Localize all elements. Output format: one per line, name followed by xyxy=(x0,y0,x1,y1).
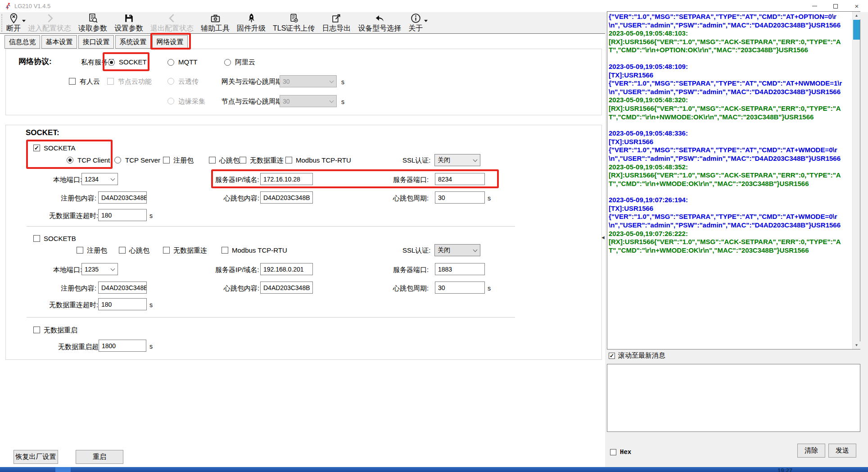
a-heartbeat-packet-label[interactable]: 心跳包 xyxy=(219,156,240,164)
send-button[interactable]: 发送 xyxy=(828,444,856,458)
a-register-content-input[interactable]: D4AD203C348B xyxy=(98,191,147,204)
checkbox-b-register-packet[interactable] xyxy=(77,247,83,254)
b-ssl-select[interactable]: 关闭 xyxy=(434,244,480,256)
close-button[interactable]: × xyxy=(846,0,867,12)
a-register-content-label: 注册包内容: xyxy=(61,194,96,202)
nodata-restart-label[interactable]: 无数据重启 xyxy=(44,326,77,334)
b-heartbeat-period-input[interactable]: 30 xyxy=(435,281,485,294)
checkbox-hex[interactable] xyxy=(610,449,616,455)
a-modbus-label[interactable]: Modbus TCP-RTU xyxy=(296,156,351,164)
a-server-ip-input[interactable]: 172.16.10.28 xyxy=(260,173,313,185)
maximize-button[interactable] xyxy=(825,0,846,12)
log-message-rx: 2023-05-09,19:07:26:222: [RX]:USR1566{"V… xyxy=(609,230,851,255)
checkbox-b-nodata-reconnect[interactable] xyxy=(163,247,170,254)
taskbar-app-indicator[interactable] xyxy=(55,467,71,472)
checkbox-b-modbus[interactable] xyxy=(222,247,228,254)
checkbox-b-heartbeat-packet[interactable] xyxy=(119,247,126,254)
log-output-box[interactable]: {"VER":"1.0","MSG":"SETPARA","TYPE":"AT"… xyxy=(607,11,860,349)
toolbar-firmware-upgrade[interactable]: 固件升级 xyxy=(237,13,266,32)
factory-reset-button[interactable]: 恢复出厂设置 xyxy=(14,450,58,464)
toolbar-set-params[interactable]: 设置参数 xyxy=(114,13,143,32)
scroll-up-arrow-icon[interactable]: ▲ xyxy=(853,12,860,19)
send-input[interactable] xyxy=(607,364,860,432)
radio-mqtt[interactable] xyxy=(167,59,174,66)
b-modbus-label[interactable]: Modbus TCP-RTU xyxy=(232,246,287,254)
tab-network-settings[interactable]: 网络设置 xyxy=(152,35,188,49)
checkbox-nodata-restart[interactable] xyxy=(33,327,40,333)
toolbar-device-model-select[interactable]: 设备型号选择 xyxy=(358,13,401,32)
hex-label: Hex xyxy=(620,449,631,456)
toolbar-read-params[interactable]: 读取参数 xyxy=(78,13,107,32)
radio-tcp-server[interactable] xyxy=(114,157,121,163)
b-server-ip-input[interactable]: 192.168.0.201 xyxy=(260,263,313,275)
toolbar-tls-cert-upload[interactable]: TLS证书上传 xyxy=(273,13,315,32)
a-local-port-select[interactable]: 1234 xyxy=(81,173,118,185)
a-reconnect-timeout-input[interactable]: 180 xyxy=(98,209,147,221)
gateway-heartbeat-select: 30 xyxy=(280,75,337,87)
seconds-unit: s xyxy=(488,195,491,202)
radio-socket-label[interactable]: SOCKET xyxy=(119,58,147,66)
a-server-port-input[interactable]: 8234 xyxy=(435,173,485,185)
checkbox-scroll-latest[interactable]: ✓ xyxy=(609,353,615,359)
log-scrollbar[interactable]: ▲ ▼ xyxy=(852,12,860,349)
toolbar-disconnect[interactable]: 断开 xyxy=(6,13,21,32)
b-server-port-input[interactable]: 1883 xyxy=(435,263,485,275)
tab-info-overview[interactable]: 信息总览 xyxy=(5,35,40,49)
toolbar-aux-tools[interactable]: 辅助工具 xyxy=(201,13,230,32)
radio-mqtt-label[interactable]: MQTT xyxy=(178,58,198,66)
a-ssl-select[interactable]: 关闭 xyxy=(434,154,480,166)
minimize-button[interactable] xyxy=(804,0,825,12)
scrollbar-thumb[interactable] xyxy=(853,20,860,40)
app-logo-icon xyxy=(4,2,12,10)
nodata-restart-timeout-input[interactable]: 1800 xyxy=(99,340,146,352)
radio-tcp-client[interactable] xyxy=(67,157,73,163)
socketb-label[interactable]: SOCKETB xyxy=(44,235,76,243)
checkbox-a-heartbeat-packet[interactable] xyxy=(209,157,216,163)
radio-socket[interactable] xyxy=(108,59,115,66)
tcp-server-label[interactable]: TCP Server xyxy=(125,156,160,164)
chevron-down-icon xyxy=(111,266,115,271)
radio-aliyun-label[interactable]: 阿里云 xyxy=(235,58,255,66)
tab-basic-settings[interactable]: 基本设置 xyxy=(41,35,77,49)
checkbox-a-modbus[interactable] xyxy=(285,157,292,163)
b-register-packet-label[interactable]: 注册包 xyxy=(87,246,107,254)
socketa-label[interactable]: SOCKETA xyxy=(44,144,76,152)
taskbar[interactable]: 19:27 xyxy=(0,467,868,472)
toolbar-log-export[interactable]: 日志导出 xyxy=(322,13,351,32)
a-nodata-reconnect-label[interactable]: 无数据重连 xyxy=(250,156,284,164)
clear-button[interactable]: 清除 xyxy=(797,444,825,458)
checkbox-a-nodata-reconnect[interactable] xyxy=(240,157,246,163)
scroll-latest-row: ✓ 滚动至最新消息 xyxy=(609,351,665,360)
scroll-down-arrow-icon[interactable]: ▼ xyxy=(853,341,860,349)
toolbar-grip[interactable] xyxy=(1,14,2,32)
toolbar-about[interactable]: 关于 xyxy=(408,13,423,32)
checkbox-socketa[interactable]: ✓ xyxy=(33,145,40,151)
reboot-button[interactable]: 重启 xyxy=(76,450,123,464)
export-icon xyxy=(331,13,342,24)
tab-interface-settings[interactable]: 接口设置 xyxy=(78,35,114,49)
usr-cloud-label[interactable]: 有人云 xyxy=(80,77,100,86)
cloud-passthrough-label: 云透传 xyxy=(178,77,199,86)
b-register-content-input[interactable]: D4AD203C348B xyxy=(98,281,147,294)
dropdown-caret-icon[interactable] xyxy=(424,20,428,22)
a-heartbeat-period-input[interactable]: 30 xyxy=(435,191,485,204)
checkbox-node-cloud xyxy=(107,78,114,85)
checkbox-socketb[interactable] xyxy=(33,235,40,242)
b-nodata-reconnect-label[interactable]: 无数据重连 xyxy=(173,246,207,254)
b-local-port-select[interactable]: 1235 xyxy=(81,263,118,275)
checkbox-a-register-packet[interactable] xyxy=(163,157,170,163)
radio-aliyun[interactable] xyxy=(224,59,231,66)
tab-system-settings[interactable]: 系统设置 xyxy=(115,35,151,49)
document-magnifier-icon xyxy=(87,13,99,24)
a-heartbeat-content-input[interactable]: D4AD203C348B xyxy=(260,191,313,204)
toolbar-label: 读取参数 xyxy=(78,24,107,32)
b-heartbeat-packet-label[interactable]: 心跳包 xyxy=(129,246,149,254)
a-register-packet-label[interactable]: 注册包 xyxy=(173,156,194,164)
checkbox-usr-cloud[interactable] xyxy=(69,78,76,85)
scroll-latest-label: 滚动至最新消息 xyxy=(618,351,665,360)
panel-collapse-arrow[interactable]: ◄ xyxy=(601,235,606,240)
b-reconnect-timeout-input[interactable]: 180 xyxy=(98,298,147,310)
dropdown-caret-icon[interactable] xyxy=(22,20,26,22)
tcp-client-label[interactable]: TCP Client xyxy=(77,156,110,164)
b-heartbeat-content-input[interactable]: D4AD203C348B xyxy=(260,281,313,294)
